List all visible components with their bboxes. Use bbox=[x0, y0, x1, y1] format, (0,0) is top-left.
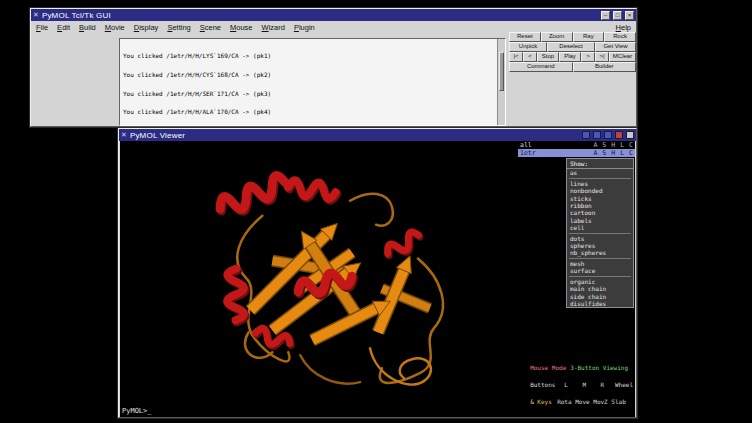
show-menu: Show: as lines nonbonded sticks ribbon c… bbox=[566, 158, 634, 308]
gui-window: ✕ PyMOL Tcl/Tk GUI – □ × File Edit Build… bbox=[30, 8, 637, 127]
minimize-button[interactable] bbox=[593, 131, 601, 139]
console-scrollbar[interactable] bbox=[497, 39, 505, 125]
console-line: You clicked /1etr/H/H/CYS`168/CA -> (pk2… bbox=[123, 72, 495, 78]
rock-button[interactable]: Rock bbox=[604, 32, 636, 42]
window-menu-button[interactable] bbox=[626, 131, 634, 139]
menu-item-main-chain[interactable]: main chain bbox=[567, 285, 633, 292]
menu-item-sticks[interactable]: sticks bbox=[567, 195, 633, 202]
menu-display[interactable]: Display bbox=[134, 23, 159, 32]
menu-separator bbox=[569, 178, 631, 179]
get-view-button[interactable]: Get View bbox=[595, 42, 636, 52]
menu-item-side-chain[interactable]: side chain bbox=[567, 293, 633, 300]
first-frame-button[interactable]: |< bbox=[509, 52, 523, 62]
menu-wizard[interactable]: Wizard bbox=[262, 23, 285, 32]
legend-row: & KeysRota Move MovZ Slab bbox=[530, 399, 633, 405]
menu-item-lines[interactable]: lines bbox=[567, 180, 633, 187]
hide-button[interactable]: H bbox=[611, 149, 615, 157]
x11-logo-icon: ✕ bbox=[121, 131, 127, 139]
color-button[interactable]: C bbox=[629, 149, 633, 157]
object-buttons: A S H L C bbox=[593, 149, 633, 157]
menu-item-surface[interactable]: surface bbox=[567, 267, 633, 274]
console-output[interactable]: You clicked /1etr/H/H/LYS`169/CA -> (pk1… bbox=[119, 38, 506, 126]
gui-titlebar[interactable]: ✕ PyMOL Tcl/Tk GUI – □ × bbox=[31, 9, 636, 21]
console-line: You clicked /1etr/H/H/LYS`169/CA -> (pk1… bbox=[123, 53, 495, 59]
menu-plugin[interactable]: Plugin bbox=[294, 23, 315, 32]
show-menu-title: Show: bbox=[567, 159, 633, 169]
desktop: ✕ PyMOL Tcl/Tk GUI – □ × File Edit Build… bbox=[0, 0, 752, 423]
viewer-window-title: PyMOL Viewer bbox=[130, 131, 185, 140]
builder-button[interactable]: Builder bbox=[573, 62, 637, 72]
menu-setting[interactable]: Setting bbox=[167, 23, 190, 32]
viewport-canvas[interactable]: all A S H L C 1etr A S H L bbox=[120, 141, 635, 417]
menu-mouse[interactable]: Mouse bbox=[230, 23, 253, 32]
minimize-button[interactable]: – bbox=[601, 11, 610, 20]
console-line: You clicked /1etr/H/H/ALA`170/CA -> (pk4… bbox=[123, 109, 495, 115]
menu-build[interactable]: Build bbox=[79, 23, 96, 32]
menu-scene[interactable]: Scene bbox=[200, 23, 221, 32]
mouse-legend: Mouse Mode3-Button Viewing Buttons L M R… bbox=[530, 353, 633, 417]
label-button[interactable]: L bbox=[620, 141, 624, 149]
close-button[interactable] bbox=[615, 131, 623, 139]
viewer-window: ✕ PyMOL Viewer bbox=[118, 128, 637, 418]
command-prompt[interactable]: PyMOL>_ bbox=[122, 407, 152, 415]
next-frame-button[interactable]: > bbox=[581, 52, 595, 62]
play-button[interactable]: Play bbox=[559, 52, 581, 62]
menu-item-nonbonded[interactable]: nonbonded bbox=[567, 187, 633, 194]
deselect-button[interactable]: Deselect bbox=[547, 42, 595, 52]
control-row-4: Command Builder bbox=[509, 62, 636, 72]
maximize-button[interactable] bbox=[604, 131, 612, 139]
menu-item-labels[interactable]: labels bbox=[567, 217, 633, 224]
console-scroll-thumb[interactable] bbox=[499, 52, 504, 91]
menu-item-as[interactable]: as bbox=[567, 169, 633, 176]
menu-item-nb-spheres[interactable]: nb_spheres bbox=[567, 249, 633, 256]
object-name: all bbox=[520, 141, 532, 149]
show-button[interactable]: S bbox=[602, 149, 606, 157]
object-name: 1etr bbox=[520, 149, 536, 157]
menu-item-dots[interactable]: dots bbox=[567, 235, 633, 242]
control-row-3: |< < Stop Play > >| MClear bbox=[509, 52, 636, 62]
legend-row: Buttons L M R Wheel bbox=[530, 382, 633, 388]
menu-movie[interactable]: Movie bbox=[105, 23, 125, 32]
x11-logo-icon: ✕ bbox=[33, 11, 39, 19]
unpick-button[interactable]: Unpick bbox=[509, 42, 547, 52]
reset-button[interactable]: Reset bbox=[509, 32, 541, 42]
ray-button[interactable]: Ray bbox=[573, 32, 605, 42]
last-frame-button[interactable]: >| bbox=[595, 52, 609, 62]
object-panel: all A S H L C 1etr A S H L bbox=[518, 141, 635, 157]
action-button[interactable]: A bbox=[593, 149, 597, 157]
hide-button[interactable]: H bbox=[611, 141, 615, 149]
zoom-button[interactable]: Zoom bbox=[541, 32, 573, 42]
menu-edit[interactable]: Edit bbox=[57, 23, 70, 32]
menu-item-ribbon[interactable]: ribbon bbox=[567, 202, 633, 209]
menu-file[interactable]: File bbox=[36, 23, 48, 32]
viewer-titlebar[interactable]: ✕ PyMOL Viewer bbox=[119, 129, 636, 141]
menu-help[interactable]: Help bbox=[616, 23, 631, 32]
object-row-all[interactable]: all A S H L C bbox=[518, 141, 635, 149]
control-row-2: Unpick Deselect Get View bbox=[509, 42, 636, 52]
color-button[interactable]: C bbox=[629, 141, 633, 149]
menu-item-organic[interactable]: organic bbox=[567, 278, 633, 285]
command-button[interactable]: Command bbox=[509, 62, 573, 72]
mouse-mode-line: Mouse Mode3-Button Viewing bbox=[530, 365, 633, 371]
mouse-mode-label: Mouse Mode bbox=[530, 364, 566, 371]
menu-item-spheres[interactable]: spheres bbox=[567, 242, 633, 249]
prev-frame-button[interactable]: < bbox=[523, 52, 537, 62]
show-button[interactable]: S bbox=[602, 141, 606, 149]
mclear-button[interactable]: MClear bbox=[609, 52, 636, 62]
action-button[interactable]: A bbox=[593, 141, 597, 149]
console-line: You clicked /1etr/H/H/SER`171/CA -> (pk3… bbox=[123, 91, 495, 97]
menu-item-cartoon[interactable]: cartoon bbox=[567, 209, 633, 216]
mouse-mode-value: 3-Button Viewing bbox=[570, 364, 628, 371]
maximize-button[interactable]: □ bbox=[613, 11, 622, 20]
rollup-button[interactable] bbox=[582, 131, 590, 139]
menu-item-cell[interactable]: cell bbox=[567, 224, 633, 231]
close-button[interactable]: × bbox=[625, 11, 634, 20]
object-buttons: A S H L C bbox=[593, 141, 633, 149]
menu-item-mesh[interactable]: mesh bbox=[567, 260, 633, 267]
control-panel: Reset Zoom Ray Rock Unpick Deselect Get … bbox=[509, 32, 636, 72]
label-button[interactable]: L bbox=[620, 149, 624, 157]
stop-button[interactable]: Stop bbox=[537, 52, 559, 62]
menu-item-disulfides[interactable]: disulfides bbox=[567, 300, 633, 307]
object-row-1etr[interactable]: 1etr A S H L C bbox=[518, 149, 635, 157]
gui-window-title: PyMOL Tcl/Tk GUI bbox=[42, 11, 111, 20]
